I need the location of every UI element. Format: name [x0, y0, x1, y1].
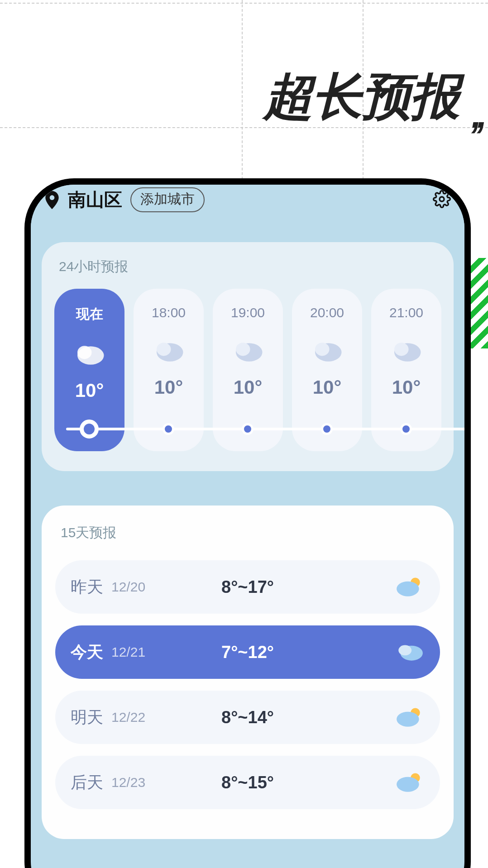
- daily-row-yesterday[interactable]: 昨天 12/20 8°~17°: [55, 560, 440, 614]
- headline-quote-icon: ,,: [472, 105, 483, 126]
- day-temp-range: 7°~12°: [221, 643, 274, 662]
- day-name: 昨天: [71, 576, 103, 598]
- hourly-item[interactable]: 21:00 10°: [371, 289, 441, 451]
- hourly-item[interactable]: 18:00 10°: [134, 289, 204, 451]
- location-name[interactable]: 南山区: [68, 187, 122, 212]
- hour-label: 18:00: [134, 305, 204, 320]
- settings-gear-icon[interactable]: [433, 190, 451, 210]
- timeline-tick: [163, 423, 174, 435]
- cloudy-icon: [153, 337, 185, 364]
- hourly-scroll[interactable]: 现在 10° 18:00 10° 19:00 10°: [54, 289, 441, 451]
- svg-point-12: [397, 582, 419, 596]
- hourly-title: 24小时预报: [59, 258, 441, 276]
- hour-temp: 10°: [292, 377, 362, 398]
- top-bar: 南山区 添加城市: [31, 185, 464, 219]
- day-temp-range: 8°~14°: [221, 708, 274, 727]
- daily-row-today[interactable]: 今天 12/21 7°~12°: [55, 625, 440, 679]
- svg-point-2: [77, 346, 92, 359]
- timeline-tick: [242, 423, 254, 435]
- day-temp-range: 8°~17°: [221, 577, 274, 597]
- phone-frame: 南山区 添加城市 24小时预报 现在 10° 18:00 10: [24, 178, 471, 868]
- location-pin-icon: [44, 191, 60, 209]
- cloudy-icon: [232, 337, 264, 364]
- hourly-item-now[interactable]: 现在 10°: [54, 289, 124, 451]
- daily-row-day-after[interactable]: 后天 12/23 8°~15°: [55, 756, 440, 809]
- timeline-tick: [321, 423, 333, 435]
- hour-temp: 10°: [54, 380, 124, 401]
- daily-title: 15天预报: [61, 524, 440, 542]
- hour-label: 现在: [54, 305, 124, 324]
- hour-label: 21:00: [371, 305, 441, 320]
- hour-label: 19:00: [213, 305, 283, 320]
- day-date: 12/20: [111, 579, 145, 595]
- partly-cloudy-icon: [395, 704, 425, 730]
- day-date: 12/23: [111, 775, 145, 790]
- svg-point-16: [397, 712, 419, 727]
- hour-temp: 10°: [213, 377, 283, 398]
- daily-forecast-card: 15天预报 昨天 12/20 8°~17° 今天 12/21 7°~12° 明天: [42, 506, 454, 839]
- grid-guide: [0, 3, 488, 4]
- hour-label: 20:00: [292, 305, 362, 320]
- hour-temp: 10°: [371, 377, 441, 398]
- hourly-item[interactable]: 19:00 10°: [213, 289, 283, 451]
- day-name: 后天: [71, 772, 103, 794]
- partly-cloudy-icon: [395, 574, 425, 600]
- cloudy-icon: [390, 337, 423, 364]
- add-city-button[interactable]: 添加城市: [130, 187, 205, 212]
- hour-temp: 10°: [134, 377, 204, 398]
- hourly-forecast-card: 24小时预报 现在 10° 18:00 10° 19:00: [42, 242, 454, 471]
- svg-point-18: [397, 777, 419, 792]
- cloudy-icon: [311, 337, 344, 364]
- day-date: 12/22: [111, 710, 145, 725]
- day-name: 今天: [71, 641, 103, 663]
- headline-text: 超长预报: [263, 63, 459, 131]
- svg-point-14: [398, 645, 411, 656]
- svg-point-6: [236, 343, 250, 356]
- day-date: 12/21: [111, 644, 145, 660]
- svg-point-0: [440, 197, 444, 201]
- timeline-tick: [400, 423, 412, 435]
- svg-point-4: [157, 343, 171, 356]
- marketing-headline: 超长预报 ,,: [263, 63, 483, 131]
- partly-cloudy-icon: [395, 769, 425, 796]
- hourly-item[interactable]: 20:00 10°: [292, 289, 362, 451]
- svg-point-10: [394, 343, 409, 356]
- svg-point-8: [315, 343, 330, 356]
- day-temp-range: 8°~15°: [221, 773, 274, 792]
- cloudy-icon: [395, 639, 425, 665]
- day-name: 明天: [71, 706, 103, 729]
- timeline-tick: [80, 420, 99, 439]
- cloudy-icon: [73, 340, 106, 367]
- daily-row-tomorrow[interactable]: 明天 12/22 8°~14°: [55, 691, 440, 744]
